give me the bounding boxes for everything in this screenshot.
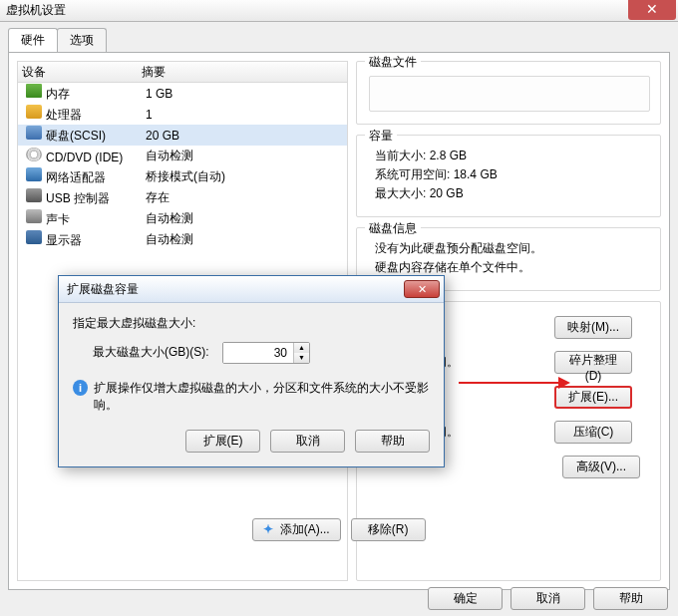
max-disk-size-input[interactable]: [223, 343, 293, 363]
tab-hardware[interactable]: 硬件: [8, 28, 58, 52]
hw-summary: 20 GB: [142, 129, 347, 143]
hw-summary: 桥接模式(自动): [142, 168, 347, 185]
capacity-title: 容量: [365, 128, 397, 145]
add-hardware-label: 添加(A)...: [280, 522, 330, 536]
hardware-row[interactable]: CD/DVD (IDE)自动检测: [18, 146, 347, 166]
hw-icon: [26, 230, 42, 244]
capacity-group: 容量 当前大小: 2.8 GB 系统可用空间: 18.4 GB 最大大小: 20…: [356, 135, 661, 217]
hardware-row[interactable]: 硬盘(SCSI)20 GB: [18, 125, 347, 146]
disk-info-line2: 硬盘内容存储在单个文件中。: [375, 259, 650, 276]
hardware-row[interactable]: 处理器1: [18, 104, 347, 125]
hw-summary: 自动检测: [142, 231, 347, 248]
spin-down-button[interactable]: ▼: [294, 353, 309, 363]
window-titlebar: 虚拟机设置 ✕: [0, 0, 678, 22]
disk-file-title: 磁盘文件: [365, 54, 421, 71]
free-space-value: 18.4 GB: [454, 167, 498, 181]
hw-name: USB 控制器: [46, 191, 110, 205]
hw-icon: [26, 209, 42, 223]
expand-button[interactable]: 扩展(E)...: [554, 386, 632, 409]
hw-icon: [26, 167, 42, 181]
current-size-value: 2.8 GB: [430, 149, 467, 162]
current-size-label: 当前大小:: [375, 149, 426, 162]
hardware-row[interactable]: 声卡自动检测: [18, 208, 347, 229]
cancel-button[interactable]: 取消: [510, 587, 585, 610]
hardware-row[interactable]: 网络适配器桥接模式(自动): [18, 166, 347, 187]
disk-info-line1: 没有为此硬盘预分配磁盘空间。: [375, 240, 650, 257]
expand-dialog: 扩展磁盘容量 ✕ 指定最大虚拟磁盘大小: 最大磁盘大小(GB)(S): ▲ ▼ …: [58, 275, 445, 467]
spin-up-button[interactable]: ▲: [294, 343, 309, 353]
annotation-arrow: [459, 382, 568, 384]
hardware-bottom-buttons: ✦ 添加(A)... 移除(R): [9, 518, 669, 541]
hardware-row[interactable]: 显示器自动检测: [18, 229, 347, 250]
expand-dialog-close-button[interactable]: ✕: [404, 280, 440, 298]
hw-name: 硬盘(SCSI): [46, 129, 106, 143]
max-disk-size-spinner[interactable]: ▲ ▼: [222, 342, 310, 364]
hw-icon: [26, 148, 42, 161]
free-space-label: 系统可用空间:: [375, 167, 450, 181]
max-disk-size-label: 最大磁盘大小(GB)(S):: [93, 345, 209, 359]
advanced-button[interactable]: 高级(V)...: [562, 456, 640, 478]
hw-icon: [26, 105, 42, 119]
compact-button[interactable]: 压缩(C): [554, 421, 632, 444]
dialog-cancel-button[interactable]: 取消: [270, 430, 345, 453]
remove-hardware-button[interactable]: 移除(R): [351, 518, 426, 541]
col-header-summary: 摘要: [138, 64, 347, 81]
hw-summary: 1 GB: [142, 87, 347, 101]
defrag-button[interactable]: 碎片整理(D): [554, 351, 632, 374]
hw-icon: [26, 188, 42, 202]
tab-options[interactable]: 选项: [57, 28, 107, 52]
hw-summary: 1: [142, 108, 347, 122]
ok-button[interactable]: 确定: [428, 587, 503, 610]
expand-spec-label: 指定最大虚拟磁盘大小:: [73, 315, 430, 332]
hw-name: 处理器: [46, 108, 82, 122]
settings-footer: 确定 取消 帮助: [428, 587, 668, 610]
hardware-list-header: 设备 摘要: [18, 62, 347, 83]
max-size-value: 20 GB: [430, 186, 464, 200]
hw-name: 显示器: [46, 233, 82, 247]
disk-file-group: 磁盘文件: [356, 61, 661, 125]
hw-summary: 自动检测: [142, 210, 347, 227]
window-title: 虚拟机设置: [6, 2, 66, 19]
hw-icon: [26, 84, 42, 98]
dialog-help-button[interactable]: 帮助: [355, 430, 430, 453]
disk-file-path-box: [369, 76, 650, 112]
expand-dialog-title: 扩展磁盘容量: [67, 281, 139, 298]
hw-name: 内存: [46, 87, 70, 101]
window-close-button[interactable]: ✕: [628, 0, 676, 20]
dialog-expand-button[interactable]: 扩展(E): [185, 430, 260, 453]
add-hardware-button[interactable]: ✦ 添加(A)...: [252, 518, 340, 541]
hw-name: 声卡: [46, 212, 70, 226]
hw-summary: 自动检测: [142, 148, 347, 164]
expand-note: 扩展操作仅增大虚拟磁盘的大小，分区和文件系统的大小不受影响。: [94, 380, 430, 414]
add-icon: ✦: [263, 522, 273, 536]
col-header-device: 设备: [18, 64, 138, 81]
expand-dialog-titlebar: 扩展磁盘容量 ✕: [59, 276, 444, 303]
disk-info-title: 磁盘信息: [365, 220, 421, 237]
tab-strip: 硬件 选项: [8, 28, 678, 52]
help-button[interactable]: 帮助: [593, 587, 668, 610]
info-icon: i: [73, 380, 88, 396]
map-button[interactable]: 映射(M)...: [554, 316, 632, 339]
hardware-row[interactable]: 内存1 GB: [18, 83, 347, 104]
hw-name: 网络适配器: [46, 170, 106, 184]
hw-summary: 存在: [142, 189, 347, 206]
hardware-row[interactable]: USB 控制器存在: [18, 187, 347, 208]
max-size-label: 最大大小:: [375, 186, 426, 200]
hw-icon: [26, 126, 42, 140]
hw-name: CD/DVD (IDE): [46, 151, 123, 164]
